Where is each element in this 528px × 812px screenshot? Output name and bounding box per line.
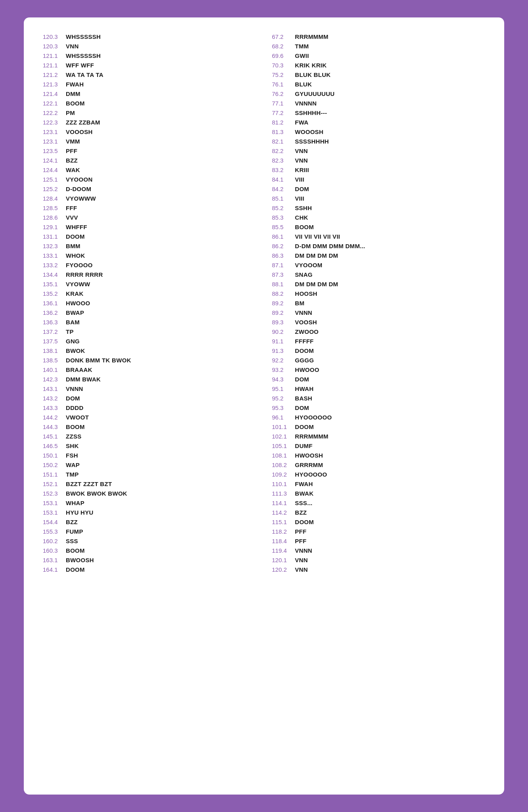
entry-number: 84.1 (272, 176, 295, 183)
entry-number: 155.3 (43, 528, 66, 535)
entry-number: 134.4 (43, 271, 66, 278)
entry-number: 152.1 (43, 481, 66, 487)
list-item: 133.2FYOOOO (43, 260, 256, 270)
list-item: 137.2TP (43, 327, 256, 336)
entry-text: VIII (295, 176, 304, 183)
entry-text: VMM (66, 138, 80, 145)
entry-number: 138.5 (43, 357, 66, 364)
entry-text: VNN (295, 557, 308, 563)
list-item: 120.2VNN (272, 565, 485, 574)
list-item: 128.4VYOWWW (43, 193, 256, 203)
content-grid: 120.3WHSSSSSH120.3VNN121.1WHSSSSSH121.1W… (43, 32, 485, 574)
entry-text: CHK (295, 214, 308, 221)
list-item: 85.5BOOM (272, 222, 485, 232)
entry-text: BWAP (66, 309, 84, 316)
list-item: 118.4PFF (272, 536, 485, 546)
entry-text: VWOOT (66, 414, 89, 421)
entry-number: 124.4 (43, 167, 66, 173)
entry-number: 105.1 (272, 442, 295, 449)
list-item: 76.2GYUUUUUUU (272, 89, 485, 98)
entry-text: FYOOOO (66, 262, 93, 268)
list-item: 136.3BAM (43, 317, 256, 327)
entry-text: FFF (66, 205, 77, 211)
entry-number: 120.3 (43, 33, 66, 40)
list-item: 138.1BWOK (43, 346, 256, 355)
entry-number: 85.2 (272, 205, 295, 211)
entry-text: FUMP (66, 528, 83, 535)
list-item: 144.2VWOOT (43, 412, 256, 422)
entry-text: BMM (66, 243, 80, 249)
entry-number: 95.2 (272, 395, 295, 402)
entry-number: 77.1 (272, 100, 295, 107)
entry-number: 129.1 (43, 224, 66, 230)
entry-number: 70.3 (272, 62, 295, 69)
list-item: 68.2TMM (272, 41, 485, 51)
entry-text: ZZSS (66, 433, 82, 440)
entry-text: WHAP (66, 500, 84, 506)
list-item: 109.2HYOOOOO (272, 469, 485, 479)
entry-text: DM DM DM DM (295, 281, 338, 287)
entry-number: 84.2 (272, 186, 295, 192)
list-item: 69.6GWII (272, 51, 485, 60)
list-item: 96.1HYOOOOOO (272, 412, 485, 422)
entry-text: BOOM (66, 423, 85, 430)
entry-number: 128.4 (43, 195, 66, 202)
list-item: 87.1VYOOOM (272, 260, 485, 270)
list-item: 76.1BLUK (272, 79, 485, 89)
entry-text: VYOWWW (66, 195, 96, 202)
list-item: 145.1ZZSS (43, 431, 256, 441)
entry-number: 91.3 (272, 347, 295, 354)
entry-text: FWA (295, 119, 308, 126)
entry-number: 92.2 (272, 357, 295, 364)
list-item: 136.2BWAP (43, 308, 256, 317)
list-item: 123.1VMM (43, 136, 256, 146)
entry-number: 68.2 (272, 43, 295, 50)
entry-text: DOOM (66, 233, 85, 240)
list-item: 121.4DMM (43, 89, 256, 98)
entry-number: 122.2 (43, 109, 66, 116)
list-item: 90.2ZWOOO (272, 327, 485, 336)
list-item: 82.1SSSSHHHH (272, 136, 485, 146)
entry-text: TMM (295, 43, 309, 50)
list-item: 150.2WAP (43, 460, 256, 469)
list-item: 153.1WHAP (43, 498, 256, 508)
entry-number: 85.5 (272, 224, 295, 230)
list-item: 77.1VNNNN (272, 98, 485, 108)
list-item: 146.5SHK (43, 441, 256, 450)
entry-number: 118.2 (272, 528, 295, 535)
entry-number: 101.1 (272, 423, 295, 430)
entry-number: 137.5 (43, 338, 66, 345)
list-item: 160.2SSS (43, 536, 256, 546)
entry-number: 76.1 (272, 81, 295, 88)
entry-number: 145.1 (43, 433, 66, 440)
list-item: 91.1FFFFF (272, 336, 485, 346)
list-item: 128.5FFF (43, 203, 256, 213)
entry-number: 140.1 (43, 366, 66, 373)
entry-text: SSHH (295, 205, 312, 211)
entry-text: TMP (66, 471, 79, 478)
list-item: 150.1FSH (43, 450, 256, 460)
entry-text: GWII (295, 52, 309, 59)
list-item: 105.1DUMF (272, 441, 485, 450)
entry-text: PFF (295, 538, 306, 544)
entry-text: VNNNN (295, 100, 317, 107)
list-item: 121.1WFF WFF (43, 60, 256, 70)
entry-text: ZWOOO (295, 328, 319, 335)
entry-number: 120.2 (272, 566, 295, 573)
list-item: 122.3ZZZ ZZBAM (43, 117, 256, 127)
entry-text: WHSSSSSH (66, 52, 101, 59)
entry-text: DOM (295, 376, 309, 383)
entry-text: VOOSH (295, 319, 317, 326)
entry-text: VNNN (66, 385, 83, 392)
entry-number: 89.2 (272, 300, 295, 306)
list-item: 108.2GRRRMM (272, 460, 485, 469)
list-item: 143.2DOM (43, 393, 256, 403)
entry-number: 115.1 (272, 519, 295, 525)
entry-text: GGGG (295, 357, 314, 364)
entry-number: 81.3 (272, 128, 295, 135)
entry-text: DUMF (295, 442, 313, 449)
list-item: 142.3DMM BWAK (43, 374, 256, 384)
entry-number: 132.3 (43, 243, 66, 249)
entry-text: VYOWW (66, 281, 90, 287)
entry-text: VNN (295, 566, 308, 573)
